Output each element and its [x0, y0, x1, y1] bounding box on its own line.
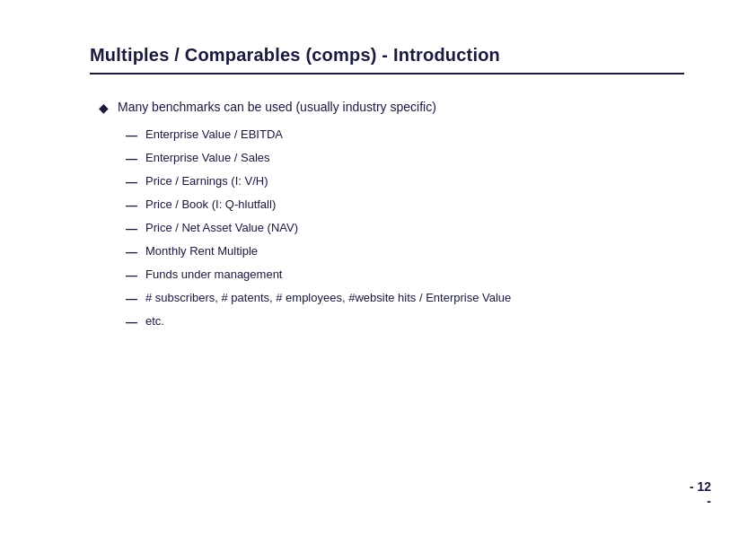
sub-item-text: Monthly Rent Multiple	[145, 244, 258, 258]
main-bullet: ◆ Many benchmarks can be used (usually i…	[99, 100, 684, 115]
list-item: — Price / Earnings (I: V/H)	[126, 174, 684, 189]
slide: Multiples / Comparables (comps) - Introd…	[0, 0, 756, 535]
slide-title: Multiples / Comparables (comps) - Introd…	[90, 45, 684, 66]
dash-icon: —	[126, 245, 136, 259]
sub-list: — Enterprise Value / EBITDA — Enterprise…	[126, 127, 684, 329]
main-bullet-text: Many benchmarks can be used (usually ind…	[118, 100, 436, 114]
sub-item-text: # subscribers, # patents, # employees, #…	[145, 291, 511, 304]
dash-icon: —	[126, 198, 136, 212]
sub-item-text: etc.	[145, 314, 164, 328]
title-divider	[90, 73, 684, 75]
list-item: — etc.	[126, 314, 684, 329]
dash-icon: —	[126, 152, 136, 165]
list-item: — # subscribers, # patents, # employees,…	[126, 291, 684, 305]
dash-icon: —	[126, 315, 136, 329]
page-number: - 12 -	[690, 479, 711, 508]
list-item: — Funds under management	[126, 268, 684, 282]
dash-icon: —	[126, 222, 136, 235]
dash-icon: —	[126, 268, 136, 282]
sub-item-text: Funds under management	[145, 268, 282, 281]
list-item: — Price / Net Asset Value (NAV)	[126, 221, 684, 235]
dash-icon: —	[126, 175, 136, 189]
bullet-diamond-icon: ◆	[99, 101, 109, 115]
list-item: — Enterprise Value / EBITDA	[126, 127, 684, 142]
dash-icon: —	[126, 128, 136, 142]
list-item: — Enterprise Value / Sales	[126, 151, 684, 165]
sub-item-text: Price / Book (I: Q-hlutfall)	[145, 197, 276, 211]
dash-icon: —	[126, 292, 136, 305]
page-number-line2: -	[690, 494, 711, 508]
sub-item-text: Price / Net Asset Value (NAV)	[145, 221, 298, 234]
sub-item-text: Enterprise Value / Sales	[145, 151, 270, 164]
sub-item-text: Price / Earnings (I: V/H)	[145, 174, 268, 188]
sub-item-text: Enterprise Value / EBITDA	[145, 127, 283, 141]
page-number-line1: - 12	[690, 479, 711, 494]
list-item: — Price / Book (I: Q-hlutfall)	[126, 197, 684, 212]
content-area: ◆ Many benchmarks can be used (usually i…	[99, 100, 684, 329]
list-item: — Monthly Rent Multiple	[126, 244, 684, 259]
